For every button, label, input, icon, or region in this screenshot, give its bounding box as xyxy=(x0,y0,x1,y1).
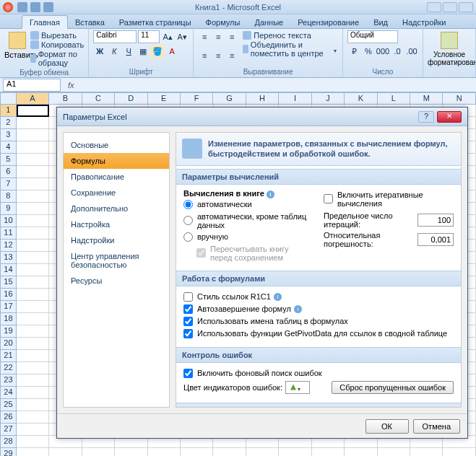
align-bot-button[interactable]: ≡ xyxy=(225,30,238,43)
row-header[interactable]: 2 xyxy=(0,117,17,129)
cell[interactable] xyxy=(82,448,115,456)
cell[interactable] xyxy=(17,129,49,141)
cell[interactable] xyxy=(17,227,49,240)
close-button[interactable] xyxy=(459,2,473,12)
row-header[interactable]: 4 xyxy=(0,141,17,154)
align-center-button[interactable]: ≡ xyxy=(212,49,225,62)
grow-font-button[interactable]: A▴ xyxy=(161,30,174,43)
save-icon[interactable] xyxy=(17,2,27,12)
shrink-font-button[interactable]: A▾ xyxy=(176,30,189,43)
nav-resources[interactable]: Ресурсы xyxy=(64,273,169,289)
cell[interactable] xyxy=(17,264,49,276)
calc-manual-radio[interactable] xyxy=(183,232,193,242)
col-header[interactable]: N xyxy=(443,92,475,105)
tab-home[interactable]: Главная xyxy=(22,15,68,29)
tab-formulas[interactable]: Формулы xyxy=(199,16,248,28)
col-header[interactable]: L xyxy=(378,92,410,105)
cell[interactable] xyxy=(312,448,345,456)
ok-button[interactable]: ОК xyxy=(365,419,409,434)
row-header[interactable]: 11 xyxy=(0,227,17,240)
calc-auto-except-radio[interactable] xyxy=(183,216,193,225)
nav-advanced[interactable]: Дополнительно xyxy=(64,201,169,216)
col-header[interactable]: M xyxy=(410,92,443,105)
cell[interactable] xyxy=(17,190,49,203)
row-header[interactable]: 5 xyxy=(0,154,17,166)
dialog-close-button[interactable]: ✕ xyxy=(437,111,462,123)
minimize-button[interactable] xyxy=(427,2,441,12)
row-header[interactable]: 29 xyxy=(0,448,17,456)
cell[interactable] xyxy=(17,362,49,374)
cell[interactable] xyxy=(246,448,279,456)
cell[interactable] xyxy=(17,301,49,313)
size-select[interactable]: 11 xyxy=(138,30,160,43)
cell[interactable] xyxy=(17,436,49,448)
tab-layout[interactable]: Разметка страницы xyxy=(112,16,199,28)
row-header[interactable]: 10 xyxy=(0,215,17,227)
tab-data[interactable]: Данные xyxy=(247,16,290,28)
iter-max-input[interactable] xyxy=(417,214,454,227)
cell[interactable] xyxy=(181,448,213,456)
cell[interactable] xyxy=(17,252,49,264)
cell[interactable] xyxy=(17,154,49,166)
row-header[interactable]: 3 xyxy=(0,129,17,141)
row-header[interactable]: 8 xyxy=(0,190,17,203)
row-header[interactable]: 26 xyxy=(0,411,17,424)
col-header[interactable]: E xyxy=(148,92,181,105)
row-header[interactable]: 22 xyxy=(0,362,17,374)
row-header[interactable]: 25 xyxy=(0,399,17,411)
nav-addins[interactable]: Надстройки xyxy=(64,232,169,248)
name-box[interactable]: A1 xyxy=(3,79,61,92)
cell[interactable] xyxy=(17,350,49,362)
autocomplete-checkbox[interactable] xyxy=(183,304,193,314)
align-top-button[interactable]: ≡ xyxy=(198,30,211,43)
col-header[interactable]: C xyxy=(82,92,115,105)
cell[interactable] xyxy=(17,313,49,325)
cell[interactable] xyxy=(378,448,410,456)
cell[interactable] xyxy=(17,117,49,129)
row-header[interactable]: 17 xyxy=(0,301,17,313)
row-header[interactable]: 9 xyxy=(0,203,17,215)
font-select[interactable]: Calibri xyxy=(93,30,137,43)
r1c1-checkbox[interactable] xyxy=(183,292,193,302)
wrap-text-button[interactable]: Перенос текста xyxy=(243,31,338,40)
row-header[interactable]: 19 xyxy=(0,325,17,338)
cond-format-icon[interactable] xyxy=(441,32,458,49)
row-header[interactable]: 28 xyxy=(0,436,17,448)
inc-decimal-button[interactable]: .0 xyxy=(391,45,404,58)
cut-button[interactable]: Вырезать xyxy=(30,31,84,40)
dialog-titlebar[interactable]: Параметры Excel ? ✕ xyxy=(57,108,467,126)
maximize-button[interactable] xyxy=(443,2,457,12)
format-painter-button[interactable]: Формат по образцу xyxy=(30,50,84,67)
err-color-picker[interactable] xyxy=(285,381,310,394)
cell[interactable] xyxy=(17,387,49,399)
fill-color-button[interactable]: 🪣 xyxy=(151,45,164,58)
dec-decimal-button[interactable]: .00 xyxy=(405,45,418,58)
cell[interactable] xyxy=(17,141,49,154)
border-button[interactable]: ▦ xyxy=(137,45,150,58)
number-format-select[interactable]: Общий xyxy=(347,30,398,43)
row-header[interactable]: 15 xyxy=(0,276,17,289)
nav-save[interactable]: Сохранение xyxy=(64,185,169,201)
iter-checkbox[interactable] xyxy=(324,194,333,203)
row-header[interactable]: 24 xyxy=(0,387,17,399)
nav-proofing[interactable]: Правописание xyxy=(64,169,169,185)
tab-insert[interactable]: Вставка xyxy=(68,16,112,28)
row-header[interactable]: 6 xyxy=(0,166,17,178)
info-icon[interactable]: i xyxy=(267,190,274,198)
cell[interactable] xyxy=(17,215,49,227)
reset-errors-button[interactable]: Сброс пропущенных ошибок xyxy=(332,381,454,394)
col-header[interactable]: G xyxy=(213,92,246,105)
info-icon[interactable]: i xyxy=(274,293,282,301)
cell[interactable] xyxy=(17,203,49,215)
row-header[interactable]: 23 xyxy=(0,374,17,387)
comma-button[interactable]: 000 xyxy=(376,45,389,58)
col-header[interactable]: B xyxy=(49,92,82,105)
cell[interactable] xyxy=(17,374,49,387)
row-header[interactable]: 1 xyxy=(0,105,17,117)
tablenames-checkbox[interactable] xyxy=(183,317,193,326)
col-header[interactable]: H xyxy=(246,92,279,105)
cell[interactable] xyxy=(17,325,49,338)
cell[interactable] xyxy=(17,178,49,190)
row-header[interactable]: 21 xyxy=(0,350,17,362)
align-right-button[interactable]: ≡ xyxy=(225,49,238,62)
